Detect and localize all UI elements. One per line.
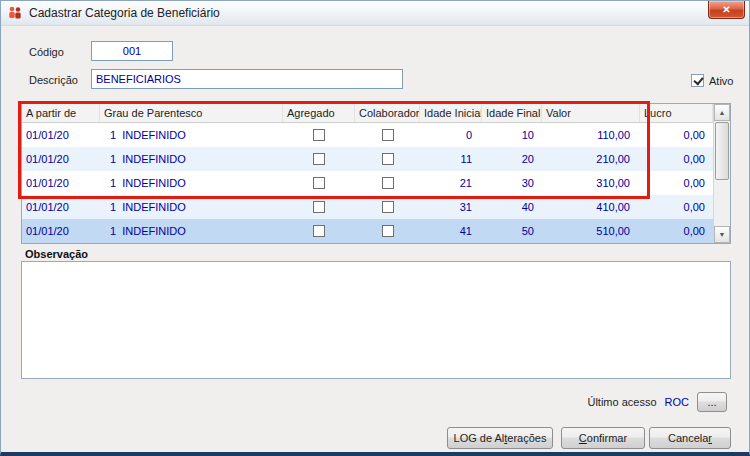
grid-cell: 01/01/20 [22,147,100,171]
agregado-cell [283,219,355,243]
log-button-label-post: erações [507,432,546,444]
column-header[interactable]: Grau de Parentesco [100,104,283,122]
grid-cell: 1 INDEFINIDO [100,219,283,243]
ultimo-acesso-value: ROC [665,396,689,408]
grid-rows: 01/01/201 INDEFINIDO010110,000,0001/01/2… [22,123,713,243]
browse-button[interactable]: ... [697,392,727,412]
grid-cell: 410,00 [542,195,640,219]
grid-header: A partir deGrau de ParentescoAgregadoCol… [22,104,713,123]
grid-cell: 10 [482,123,542,147]
observacao-label: Observação [25,248,88,260]
scrollbar-track[interactable] [714,181,730,226]
colaborador-checkbox[interactable] [382,177,394,189]
dialog-cadastrar-categoria: Cadastrar Categoria de Beneficiário ✕ Có… [0,0,750,456]
grid-cell: 1 INDEFINIDO [100,171,283,195]
grid-cell: 0,00 [640,171,713,195]
grid-row[interactable]: 01/01/201 INDEFINIDO3140410,000,00 [22,195,713,219]
grid-cell: 210,00 [542,147,640,171]
grid-cell: 50 [482,219,542,243]
close-button[interactable]: ✕ [708,1,745,19]
agregado-checkbox[interactable] [313,129,325,141]
colaborador-checkbox[interactable] [382,153,394,165]
grid-body: A partir deGrau de ParentescoAgregadoCol… [22,104,713,243]
agregado-cell [283,171,355,195]
colaborador-checkbox[interactable] [382,225,394,237]
column-header[interactable]: Idade Inicial [420,104,482,122]
ultimo-acesso-field: Último acesso ROC ... [587,392,727,412]
grid-cell: 30 [482,171,542,195]
codigo-input[interactable]: 001 [91,41,173,61]
descricao-value: BENEFICIARIOS [96,73,181,85]
vertical-scrollbar[interactable]: ▲ ▼ [713,104,730,243]
confirm-button-accesskey: C [579,432,587,444]
colaborador-cell [355,147,420,171]
grid-cell: 0,00 [640,123,713,147]
grid-cell: 01/01/20 [22,195,100,219]
grid-cell: 1 INDEFINIDO [100,195,283,219]
cancel-button-accesskey: r [708,432,712,444]
beneficiary-grid: A partir deGrau de ParentescoAgregadoCol… [21,103,731,244]
close-icon: ✕ [722,4,730,15]
colaborador-cell [355,123,420,147]
window-title: Cadastrar Categoria de Beneficiário [29,6,220,20]
colaborador-cell [355,171,420,195]
grid-cell: 01/01/20 [22,219,100,243]
grid-row[interactable]: 01/01/201 INDEFINIDO4150510,000,00 [22,219,713,243]
column-header[interactable]: A partir de [22,104,100,122]
log-button-label: LOG de Al [454,432,505,444]
observacao-textarea[interactable] [22,262,730,378]
agregado-checkbox[interactable] [313,177,325,189]
grid-cell: 41 [420,219,482,243]
column-header[interactable]: Colaborador [355,104,420,122]
ativo-field: Ativo [691,74,733,87]
grid-cell: 510,00 [542,219,640,243]
cancel-button-label: Cancela [668,432,708,444]
agregado-checkbox[interactable] [313,225,325,237]
column-header[interactable]: Agregado [283,104,355,122]
observacao-box [21,261,731,379]
scroll-down-button[interactable]: ▼ [714,226,730,243]
grid-row[interactable]: 01/01/201 INDEFINIDO1120210,000,00 [22,147,713,171]
scrollbar-thumb[interactable] [715,122,729,180]
agregado-cell [283,195,355,219]
grid-cell: 40 [482,195,542,219]
agregado-checkbox[interactable] [313,201,325,213]
grid-row[interactable]: 01/01/201 INDEFINIDO2130310,000,00 [22,171,713,195]
ultimo-acesso-label: Último acesso [587,396,656,408]
codigo-label: Código [29,46,64,58]
title-bar[interactable]: Cadastrar Categoria de Beneficiário ✕ [1,1,749,26]
cancelar-button[interactable]: Cancelar [649,427,731,449]
colaborador-checkbox[interactable] [382,129,394,141]
arrow-up-icon: ▲ [719,109,726,116]
grid-cell: 01/01/20 [22,123,100,147]
scroll-up-button[interactable]: ▲ [714,104,730,121]
confirmar-button[interactable]: Confirmar [561,427,645,449]
agregado-cell [283,123,355,147]
app-people-icon [7,5,23,21]
grid-cell: 0,00 [640,219,713,243]
ellipsis-icon: ... [707,396,716,408]
confirm-button-label-post: onfirmar [587,432,627,444]
grid-cell: 11 [420,147,482,171]
column-header[interactable]: Valor [542,104,640,122]
log-alteracoes-button[interactable]: LOG de Alterações [447,427,553,449]
grid-cell: 31 [420,195,482,219]
column-header[interactable]: Lucro [640,104,713,122]
grid-cell: 1 INDEFINIDO [100,123,283,147]
colaborador-cell [355,219,420,243]
grid-cell: 0,00 [640,195,713,219]
grid-cell: 310,00 [542,171,640,195]
colaborador-checkbox[interactable] [382,201,394,213]
grid-cell: 20 [482,147,542,171]
ativo-checkbox[interactable] [691,74,704,87]
agregado-cell [283,147,355,171]
column-header[interactable]: Idade Final [482,104,542,122]
grid-row[interactable]: 01/01/201 INDEFINIDO010110,000,00 [22,123,713,147]
grid-cell: 1 INDEFINIDO [100,147,283,171]
grid-cell: 01/01/20 [22,171,100,195]
agregado-checkbox[interactable] [313,153,325,165]
grid-cell: 110,00 [542,123,640,147]
descricao-input[interactable]: BENEFICIARIOS [91,69,403,89]
descricao-label: Descrição [29,74,78,86]
codigo-value: 001 [123,45,141,57]
